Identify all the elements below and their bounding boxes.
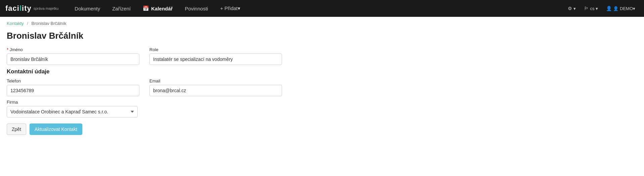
nav-settings-arrow: ▾ bbox=[573, 6, 576, 11]
email-input[interactable] bbox=[149, 85, 282, 96]
nav-links: Dokumenty Zařízení 📅 Kalendář Povinnosti… bbox=[68, 0, 564, 17]
nav-povinnosti[interactable]: Povinnosti bbox=[179, 0, 214, 17]
nav-right: ⚙ ▾ 🏳 cs ▾ 👤 👤 DEMO▾ bbox=[564, 0, 639, 17]
user-icon: 👤 bbox=[606, 6, 612, 11]
form-group-role: Role bbox=[149, 47, 282, 65]
brand-logo: facility bbox=[5, 4, 32, 13]
form-row-firma: Firma Vodoinstalace Orobinec a Kapraď Sa… bbox=[7, 100, 282, 117]
email-label: Email bbox=[149, 78, 282, 83]
nav-kalendar-label: Kalendář bbox=[151, 6, 173, 11]
breadcrumb-separator: / bbox=[27, 21, 28, 26]
navbar: facility správa majetku Dokumenty Zaříze… bbox=[0, 0, 644, 17]
nav-language[interactable]: 🏳 cs ▾ bbox=[581, 0, 601, 17]
nav-user[interactable]: 👤 👤 DEMO▾ bbox=[603, 0, 639, 17]
main-content: Bronislav Brčálník * Jméno Role Kontaktn… bbox=[0, 27, 644, 145]
telefon-input[interactable] bbox=[7, 85, 139, 96]
nav-kalendar[interactable]: 📅 Kalendář bbox=[137, 0, 179, 17]
role-label: Role bbox=[149, 47, 282, 52]
form-group-email: Email bbox=[149, 78, 282, 96]
nav-settings[interactable]: ⚙ ▾ bbox=[564, 0, 579, 17]
form-group-firma: Firma Vodoinstalace Orobinec a Kapraď Sa… bbox=[7, 100, 138, 117]
breadcrumb-current: Bronislav Brčálník bbox=[31, 21, 66, 26]
firma-label: Firma bbox=[7, 100, 138, 105]
update-button[interactable]: Aktualizovat Kontakt bbox=[30, 124, 82, 135]
required-star: * bbox=[7, 47, 8, 52]
btn-row: Zpět Aktualizovat Kontakt bbox=[7, 124, 637, 135]
calendar-icon: 📅 bbox=[143, 5, 149, 11]
page-title: Bronislav Brčálník bbox=[7, 31, 637, 41]
telefon-label: Telefon bbox=[7, 78, 139, 83]
flag-icon: 🏳 bbox=[584, 6, 589, 11]
jmeno-label-text: Jméno bbox=[10, 47, 23, 52]
form-group-jmeno: * Jméno bbox=[7, 47, 139, 65]
form-row-name-role: * Jméno Role bbox=[7, 47, 282, 65]
role-input[interactable] bbox=[149, 54, 282, 65]
brand-subtitle: správa majetku bbox=[34, 6, 59, 10]
form-row-tel-email: Telefon Email bbox=[7, 78, 282, 96]
breadcrumb: Kontakty / Bronislav Brčálník bbox=[0, 17, 644, 27]
breadcrumb-parent[interactable]: Kontakty bbox=[7, 21, 24, 26]
nav-dokumenty[interactable]: Dokumenty bbox=[68, 0, 106, 17]
gear-icon: ⚙ bbox=[568, 6, 572, 11]
kontaktni-udaje-title: Kontaktní údaje bbox=[7, 68, 637, 75]
jmeno-label: * Jméno bbox=[7, 47, 139, 52]
nav-language-label: cs bbox=[590, 6, 594, 11]
nav-language-arrow: ▾ bbox=[596, 6, 598, 11]
form-group-telefon: Telefon bbox=[7, 78, 139, 96]
nav-user-label: 👤 DEMO▾ bbox=[613, 6, 635, 11]
brand[interactable]: facility správa majetku bbox=[5, 4, 58, 13]
back-button[interactable]: Zpět bbox=[7, 124, 26, 135]
jmeno-input[interactable] bbox=[7, 54, 139, 65]
nav-pridat[interactable]: + Přidat▾ bbox=[214, 0, 246, 17]
firma-select[interactable]: Vodoinstalace Orobinec a Kapraď Samec s.… bbox=[7, 106, 138, 117]
nav-zarizeni[interactable]: Zařízení bbox=[106, 0, 137, 17]
